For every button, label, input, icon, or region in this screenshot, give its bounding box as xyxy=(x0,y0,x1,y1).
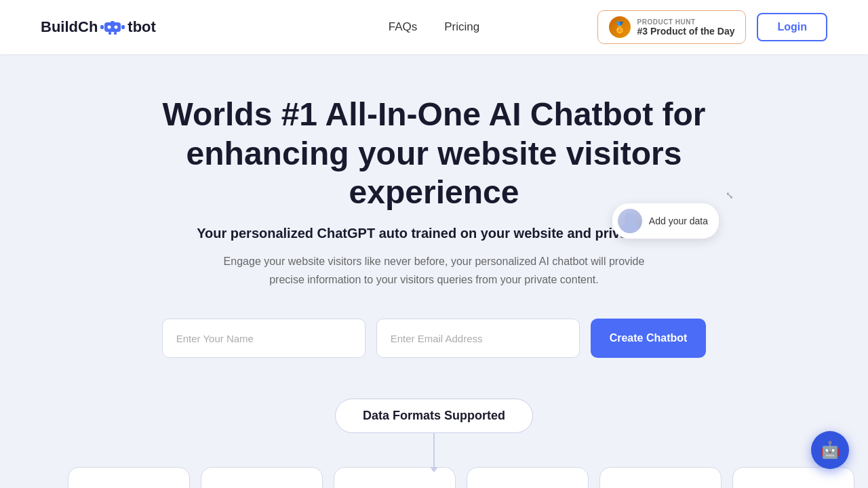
svg-rect-7 xyxy=(114,32,117,35)
svg-rect-5 xyxy=(121,25,125,29)
hero-section: Add your data ⤡ Worlds #1 All-In-One AI … xyxy=(0,54,868,467)
nav-link-faqs[interactable]: FAQs xyxy=(389,20,418,34)
navbar: BuildCh tbot FAQs Pricing 🏅 PRODUCT HUNT… xyxy=(0,0,868,54)
format-card-4 xyxy=(467,467,589,488)
ph-title: #3 Product of the Day xyxy=(637,26,735,37)
data-formats-section: Data Formats Supported xyxy=(335,399,533,467)
nav-links: FAQs Pricing xyxy=(389,20,479,34)
svg-rect-3 xyxy=(111,21,115,24)
ph-medal-icon: 🏅 xyxy=(609,16,631,38)
logo-text-start: BuildCh xyxy=(41,18,98,36)
hero-title: Worlds #1 All-In-One AI Chatbot for enha… xyxy=(129,95,739,212)
chat-bubble-text: Add your data xyxy=(649,216,708,226)
connector-line xyxy=(433,433,435,467)
svg-point-9 xyxy=(622,222,638,233)
ph-text: PRODUCT HUNT #3 Product of the Day xyxy=(637,18,735,37)
chat-bubble: Add your data xyxy=(612,203,719,239)
hero-description: Engage your website visitors like never … xyxy=(210,252,658,289)
login-button[interactable]: Login xyxy=(757,13,827,41)
nav-link-pricing[interactable]: Pricing xyxy=(444,20,479,34)
svg-point-2 xyxy=(115,26,118,29)
logo-robot-icon xyxy=(100,20,125,35)
svg-rect-0 xyxy=(104,22,121,32)
product-hunt-badge[interactable]: 🏅 PRODUCT HUNT #3 Product of the Day xyxy=(597,10,747,44)
svg-point-1 xyxy=(108,26,111,29)
data-formats-badge[interactable]: Data Formats Supported xyxy=(335,399,533,433)
svg-rect-6 xyxy=(108,32,111,35)
email-input[interactable] xyxy=(376,319,580,358)
hero-subtitle: Your personalized ChatGPT auto trained o… xyxy=(197,226,671,241)
format-card-6 xyxy=(732,467,854,488)
format-card-2 xyxy=(201,467,323,488)
logo[interactable]: BuildCh tbot xyxy=(41,18,156,36)
name-input[interactable] xyxy=(162,319,366,358)
ph-label: PRODUCT HUNT xyxy=(637,18,735,26)
svg-rect-4 xyxy=(100,25,104,29)
expand-icon: ⤡ xyxy=(726,190,734,201)
signup-form: Create Chatbot xyxy=(162,319,707,358)
chatbot-fab-icon: 🤖 xyxy=(820,441,840,460)
chat-avatar xyxy=(618,209,642,233)
create-chatbot-button[interactable]: Create Chatbot xyxy=(591,319,707,358)
nav-right: 🏅 PRODUCT HUNT #3 Product of the Day Log… xyxy=(597,10,827,44)
logo-text-end: tbot xyxy=(127,18,156,36)
chatbot-fab-button[interactable]: 🤖 xyxy=(811,431,849,469)
format-card-5 xyxy=(599,467,722,488)
svg-point-8 xyxy=(625,213,635,224)
format-card-1 xyxy=(68,467,190,488)
